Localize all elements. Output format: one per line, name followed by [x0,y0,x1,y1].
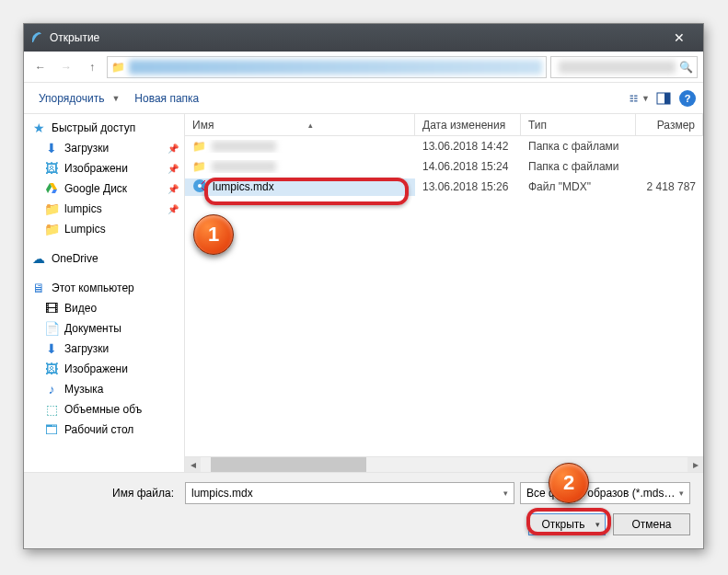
disc-icon [192,178,207,196]
svg-rect-2 [630,100,633,101]
sidebar-lumpics[interactable]: 📁Lumpics [24,219,184,239]
sidebar-music[interactable]: ♪Музыка [24,379,184,399]
folder-icon: 📁 [44,201,59,216]
folder-icon: 📁 [44,222,59,236]
scroll-right-icon[interactable]: ▸ [688,457,703,472]
footer: Имя файла: lumpics.mdx▾ Все файлы образо… [24,472,703,548]
svg-rect-3 [634,95,637,96]
svg-rect-5 [634,100,637,101]
sidebar-thispc[interactable]: 🖥Этот компьютер [24,278,184,298]
gdrive-icon [44,181,59,196]
search-icon: 🔍 [679,61,693,74]
svg-rect-0 [630,95,633,96]
sidebar-documents[interactable]: 📄Документы [24,318,184,339]
folder-icon: 📁 [192,160,206,173]
search-input[interactable]: 🔍 [550,56,698,78]
sidebar-images2[interactable]: 🖼Изображени [24,359,184,379]
close-button[interactable]: ✕ [661,30,698,45]
view-options-button[interactable]: ▼ [630,88,650,109]
back-button[interactable]: ← [29,56,52,78]
file-area: Имя▴ Дата изменения Тип Размер 📁 13.06.2… [185,114,703,472]
address-bar[interactable]: 📁 [107,56,547,78]
col-date[interactable]: Дата изменения [415,114,521,135]
folder-icon: 📁 [111,61,125,74]
desktop-icon: 🗔 [44,422,59,437]
file-list[interactable]: 📁 13.06.2018 14:42 Папка с файлами 📁 14.… [185,136,703,456]
scroll-left-icon[interactable]: ◂ [185,457,201,472]
pc-icon: 🖥 [31,281,46,295]
organize-button[interactable]: Упорядочить▼ [31,89,127,108]
nav-row: ← → ↑ 📁 🔍 [24,52,703,83]
download-icon: ⬇ [44,341,59,356]
redacted-name [212,161,276,172]
sort-icon: ▴ [308,121,313,130]
sidebar-downloads2[interactable]: ⬇Загрузки [24,339,184,359]
svg-point-9 [198,184,202,188]
sidebar-lumpics-pin[interactable]: 📁lumpics📌 [24,199,184,219]
download-icon: ⬇ [44,141,59,155]
chevron-down-icon: ▼ [111,94,120,103]
forward-button[interactable]: → [55,56,77,78]
window-title: Открытие [50,31,661,44]
preview-pane-button[interactable] [653,88,674,109]
scroll-thumb[interactable] [211,457,366,472]
sidebar-3d[interactable]: ⬚Объемные объ [24,399,184,420]
sidebar-gdrive[interactable]: Google Диск📌 [24,178,184,199]
horizontal-scrollbar[interactable]: ◂ ▸ [185,456,703,472]
sidebar-video[interactable]: 🎞Видео [24,298,184,318]
search-placeholder-redacted [559,61,676,74]
svg-rect-7 [664,93,670,104]
col-name[interactable]: Имя▴ [185,114,415,135]
chevron-down-icon: ▼ [641,94,650,103]
sidebar-onedrive[interactable]: ☁OneDrive [24,248,184,269]
redacted-name [212,141,276,152]
sidebar-images[interactable]: 🖼Изображени📌 [24,158,184,178]
sidebar[interactable]: ★Быстрый доступ ⬇Загрузки📌 🖼Изображени📌 … [24,114,185,472]
images-icon: 🖼 [44,362,59,376]
pin-icon: 📌 [168,144,179,154]
col-size[interactable]: Размер [636,114,703,135]
folder-icon: 📁 [192,140,206,153]
file-row-folder[interactable]: 📁 13.06.2018 14:42 Папка с файлами [185,136,703,156]
titlebar[interactable]: Открытие ✕ [24,24,703,52]
pin-icon: 📌 [168,204,179,214]
column-headers: Имя▴ Дата изменения Тип Размер [185,114,703,136]
toolbar: Упорядочить▼ Новая папка ▼ ? [24,83,703,114]
app-icon [29,30,44,45]
chevron-down-icon: ▾ [679,489,684,498]
filename-label: Имя файла: [37,487,179,500]
dialog-body: ★Быстрый доступ ⬇Загрузки📌 🖼Изображени📌 … [24,114,703,472]
images-icon: 🖼 [44,161,59,176]
file-row-selected[interactable]: lumpics.mdx 13.06.2018 15:26 Файл "MDX" … [185,177,703,197]
new-folder-button[interactable]: Новая папка [127,89,206,108]
star-icon: ★ [31,121,46,135]
video-icon: 🎞 [44,301,59,316]
col-type[interactable]: Тип [521,114,636,135]
chevron-down-icon: ▾ [503,489,508,498]
file-row-folder[interactable]: 📁 14.06.2018 15:24 Папка с файлами [185,156,703,177]
filename-input[interactable]: lumpics.mdx▾ [185,482,514,504]
help-button[interactable]: ? [679,90,696,107]
open-button[interactable]: Открыть [528,513,606,535]
svg-rect-1 [630,98,633,98]
pin-icon: 📌 [168,184,179,194]
cube-icon: ⬚ [44,402,59,417]
music-icon: ♪ [44,382,59,397]
sidebar-quickaccess[interactable]: ★Быстрый доступ [24,118,184,138]
pin-icon: 📌 [168,164,179,174]
up-button[interactable]: ↑ [81,56,103,78]
sidebar-downloads[interactable]: ⬇Загрузки📌 [24,138,184,158]
file-open-dialog: Открытие ✕ ← → ↑ 📁 🔍 Упорядочить▼ Новая … [23,23,704,549]
documents-icon: 📄 [44,321,59,336]
svg-rect-4 [634,98,637,98]
sidebar-desktop[interactable]: 🗔Рабочий стол [24,420,184,440]
cloud-icon: ☁ [31,251,46,266]
filetype-select[interactable]: Все файлы образов (*.mds;*.md▾ [520,482,690,504]
cancel-button[interactable]: Отмена [613,513,690,535]
address-path-redacted [129,60,542,75]
